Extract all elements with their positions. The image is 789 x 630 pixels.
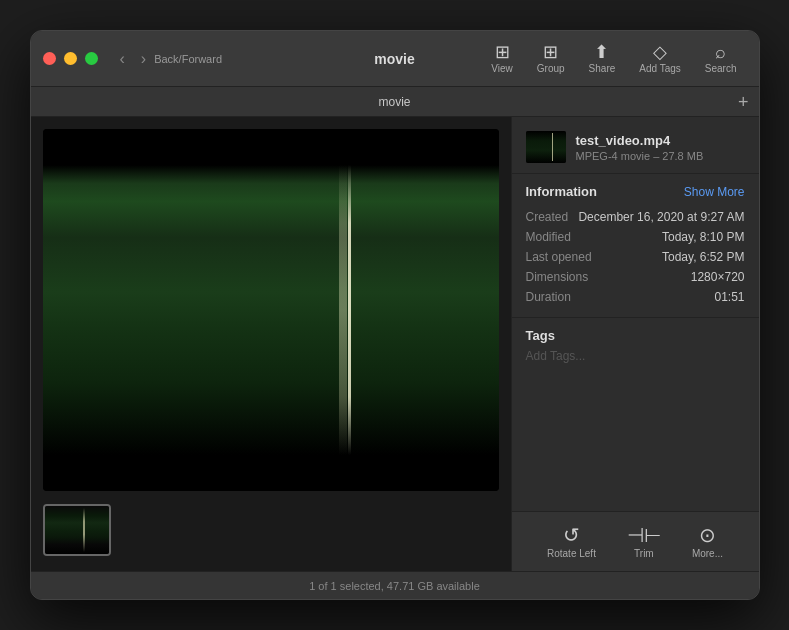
back-forward-label: Back/Forward xyxy=(154,53,222,65)
file-thumbnail xyxy=(526,131,566,163)
toolbar-right: ⊞ View ⊞ Group ⬆ Share ◇ Add Tags ⌕ Sear… xyxy=(481,39,746,78)
path-label: movie xyxy=(378,95,410,109)
add-folder-button[interactable]: + xyxy=(738,93,749,111)
info-key-last-opened: Last opened xyxy=(526,250,592,264)
info-key-modified: Modified xyxy=(526,230,571,244)
forward-button[interactable]: › xyxy=(135,49,152,69)
minimize-button[interactable] xyxy=(64,52,77,65)
file-type: MPEG-4 movie – 27.8 MB xyxy=(576,150,745,162)
info-row-duration: Duration 01:51 xyxy=(526,287,745,307)
info-val-created: December 16, 2020 at 9:27 AM xyxy=(578,210,744,224)
file-header: test_video.mp4 MPEG-4 movie – 27.8 MB xyxy=(512,117,759,174)
share-icon: ⬆ xyxy=(594,43,609,61)
info-key-dimensions: Dimensions xyxy=(526,270,589,284)
light-streak xyxy=(348,165,351,455)
window-title: movie xyxy=(374,51,414,67)
statusbar: 1 of 1 selected, 47.71 GB available xyxy=(31,571,759,599)
info-row-modified: Modified Today, 8:10 PM xyxy=(526,227,745,247)
titlebar: ‹ › Back/Forward movie ⊞ View ⊞ Group ⬆ … xyxy=(31,31,759,87)
info-val-last-opened: Today, 6:52 PM xyxy=(662,250,745,264)
info-row-last-opened: Last opened Today, 6:52 PM xyxy=(526,247,745,267)
more-icon: ⊙ xyxy=(699,525,716,545)
back-button[interactable]: ‹ xyxy=(114,49,131,69)
trim-icon: ⊣⊢ xyxy=(627,525,661,545)
tag-icon: ◇ xyxy=(653,43,667,61)
mini-streak xyxy=(83,508,85,551)
search-icon: ⌕ xyxy=(715,43,726,61)
pathbar: movie + xyxy=(31,87,759,117)
trim-button[interactable]: ⊣⊢ Trim xyxy=(627,525,661,559)
tags-section: Tags Add Tags... xyxy=(512,317,759,373)
video-preview xyxy=(43,129,499,491)
rotate-left-button[interactable]: ↺ Rotate Left xyxy=(547,525,596,559)
rotate-left-label: Rotate Left xyxy=(547,548,596,559)
main-content: test_video.mp4 MPEG-4 movie – 27.8 MB In… xyxy=(31,117,759,571)
more-button[interactable]: ⊙ More... xyxy=(692,525,723,559)
add-tags-button[interactable]: ◇ Add Tags xyxy=(629,39,691,78)
info-val-duration: 01:51 xyxy=(714,290,744,304)
bottom-toolbar: ↺ Rotate Left ⊣⊢ Trim ⊙ More... xyxy=(512,511,759,571)
group-button[interactable]: ⊞ Group xyxy=(527,39,575,78)
traffic-lights xyxy=(43,52,98,65)
rotate-left-icon: ↺ xyxy=(563,525,580,545)
status-text: 1 of 1 selected, 47.71 GB available xyxy=(309,580,480,592)
file-thumb-inner xyxy=(526,131,566,163)
nav-buttons: ‹ › xyxy=(114,49,153,69)
info-section: Information Show More Created December 1… xyxy=(512,174,759,317)
info-row-dimensions: Dimensions 1280×720 xyxy=(526,267,745,287)
info-val-dimensions: 1280×720 xyxy=(691,270,745,284)
add-tags-input[interactable]: Add Tags... xyxy=(526,349,745,363)
left-panel xyxy=(31,117,511,571)
filmstrip-thumbnail[interactable] xyxy=(43,504,111,556)
view-button[interactable]: ⊞ View xyxy=(481,39,523,78)
video-frame xyxy=(43,129,499,491)
thumb-streak xyxy=(552,133,553,162)
info-header: Information Show More xyxy=(526,184,745,199)
tags-title: Tags xyxy=(526,328,745,343)
group-icon: ⊞ xyxy=(543,43,558,61)
info-row-created: Created December 16, 2020 at 9:27 AM xyxy=(526,207,745,227)
file-info: test_video.mp4 MPEG-4 movie – 27.8 MB xyxy=(576,133,745,162)
info-val-modified: Today, 8:10 PM xyxy=(662,230,745,244)
filmstrip-thumb-inner xyxy=(45,506,109,554)
info-key-created: Created xyxy=(526,210,569,224)
light-glow xyxy=(339,165,347,455)
close-button[interactable] xyxy=(43,52,56,65)
show-more-button[interactable]: Show More xyxy=(684,185,745,199)
file-name: test_video.mp4 xyxy=(576,133,745,148)
view-icon: ⊞ xyxy=(495,43,510,61)
fullscreen-button[interactable] xyxy=(85,52,98,65)
info-title: Information xyxy=(526,184,598,199)
share-button[interactable]: ⬆ Share xyxy=(579,39,626,78)
finder-window: ‹ › Back/Forward movie ⊞ View ⊞ Group ⬆ … xyxy=(30,30,760,600)
search-button[interactable]: ⌕ Search xyxy=(695,39,747,78)
trim-label: Trim xyxy=(634,548,654,559)
info-key-duration: Duration xyxy=(526,290,571,304)
more-label: More... xyxy=(692,548,723,559)
right-panel: test_video.mp4 MPEG-4 movie – 27.8 MB In… xyxy=(511,117,759,571)
filmstrip xyxy=(43,501,499,559)
